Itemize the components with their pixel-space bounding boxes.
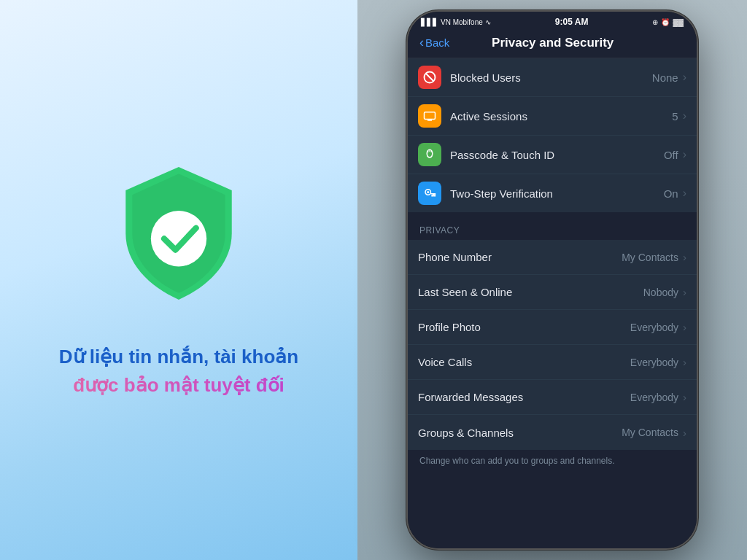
last-seen-label: Last Seen & Online: [418, 286, 643, 298]
profile-photo-value: Everybody: [630, 322, 678, 333]
profile-photo-item[interactable]: Profile Photo Everybody ›: [408, 310, 697, 345]
groups-channels-chevron: ›: [683, 427, 686, 439]
passcode-chevron: ›: [683, 148, 686, 161]
voice-calls-label: Voice Calls: [418, 356, 630, 368]
two-step-chevron: ›: [683, 187, 686, 200]
forwarded-messages-item[interactable]: Forwarded Messages Everybody ›: [408, 380, 697, 415]
status-carrier: ▋▋▋ VN Mobifone ∿: [421, 18, 491, 26]
active-sessions-icon: [418, 104, 441, 128]
volume-button: [406, 85, 408, 106]
shield-icon: [106, 160, 252, 321]
battery-icon: ▓▓: [673, 18, 684, 26]
forwarded-messages-label: Forwarded Messages: [418, 391, 630, 403]
blocked-users-item[interactable]: Blocked Users None ›: [408, 58, 697, 97]
phone-number-chevron: ›: [683, 251, 686, 263]
two-step-value: On: [664, 187, 678, 200]
two-step-label: Two-Step Verification: [450, 187, 664, 200]
groups-channels-item[interactable]: Groups & Channels My Contacts ›: [408, 415, 697, 450]
privacy-section-header: PRIVACY: [408, 214, 697, 240]
privacy-group: Phone Number My Contacts › Last Seen & O…: [408, 240, 697, 450]
active-sessions-label: Active Sessions: [450, 110, 672, 122]
passcode-icon: [418, 143, 441, 166]
forwarded-messages-chevron: ›: [683, 391, 686, 403]
back-label: Back: [425, 36, 449, 49]
back-button[interactable]: ‹ Back: [419, 35, 449, 50]
two-step-icon: [418, 182, 441, 205]
phone-number-item[interactable]: Phone Number My Contacts ›: [408, 240, 697, 275]
blocked-users-label: Blocked Users: [450, 71, 652, 84]
phone-number-value: My Contacts: [622, 252, 678, 263]
hero-text: Dữ liệu tin nhắn, tài khoản được bảo mật…: [59, 343, 298, 400]
left-panel: Dữ liệu tin nhắn, tài khoản được bảo mật…: [0, 0, 357, 560]
privacy-section: PRIVACY Phone Number My Contacts › Last …: [408, 214, 697, 478]
status-time: 9:05 AM: [555, 17, 589, 27]
passcode-value: Off: [664, 149, 678, 161]
profile-photo-label: Profile Photo: [418, 321, 630, 333]
last-seen-item[interactable]: Last Seen & Online Nobody ›: [408, 275, 697, 310]
svg-point-0: [151, 211, 206, 266]
forwarded-messages-value: Everybody: [630, 392, 678, 403]
svg-line-2: [426, 74, 434, 82]
active-sessions-item[interactable]: Active Sessions 5 ›: [408, 97, 697, 136]
right-panel: ▋▋▋ VN Mobifone ∿ 9:05 AM ⊕ ⏰ ▓▓ ‹ Back …: [357, 0, 747, 560]
blocked-users-chevron: ›: [683, 71, 686, 84]
back-chevron-icon: ‹: [419, 35, 424, 50]
blocked-users-icon: [418, 66, 441, 89]
wifi-icon: ∿: [485, 18, 491, 26]
signal-bars: ▋▋▋: [421, 18, 438, 26]
groups-channels-value: My Contacts: [622, 427, 678, 438]
security-group: Blocked Users None › Active Sessio: [408, 58, 697, 212]
power-button: [697, 99, 698, 136]
hero-line1: Dữ liệu tin nhắn, tài khoản: [59, 343, 298, 371]
passcode-item[interactable]: Passcode & Touch ID Off ›: [408, 136, 697, 174]
active-sessions-chevron: ›: [683, 109, 686, 122]
nav-title: Privacy and Security: [449, 36, 656, 50]
voice-calls-item[interactable]: Voice Calls Everybody ›: [408, 345, 697, 380]
voice-calls-value: Everybody: [630, 357, 678, 368]
phone-content: Blocked Users None › Active Sessio: [408, 58, 697, 550]
phone-number-label: Phone Number: [418, 251, 622, 263]
hero-line2: được bảo mật tuyệt đối: [59, 371, 298, 400]
svg-point-11: [427, 191, 429, 193]
profile-photo-chevron: ›: [683, 321, 686, 333]
phone-frame: ▋▋▋ VN Mobifone ∿ 9:05 AM ⊕ ⏰ ▓▓ ‹ Back …: [406, 10, 698, 550]
nav-bar: ‹ Back Privacy and Security: [408, 29, 697, 58]
status-icons: ⊕ ⏰ ▓▓: [652, 18, 684, 26]
last-seen-chevron: ›: [683, 286, 686, 298]
voice-calls-chevron: ›: [683, 356, 686, 368]
active-sessions-value: 5: [672, 110, 678, 122]
security-section: Blocked Users None › Active Sessio: [408, 58, 697, 212]
groups-channels-label: Groups & Channels: [418, 427, 622, 439]
two-step-item[interactable]: Two-Step Verification On ›: [408, 174, 697, 212]
passcode-label: Passcode & Touch ID: [450, 149, 664, 161]
last-seen-value: Nobody: [643, 287, 678, 298]
blocked-users-value: None: [652, 71, 678, 84]
carrier-name: VN Mobifone: [441, 18, 483, 26]
status-bar: ▋▋▋ VN Mobifone ∿ 9:05 AM ⊕ ⏰ ▓▓: [408, 12, 697, 29]
svg-rect-3: [425, 112, 436, 120]
clock-icon: ⏰: [661, 18, 670, 26]
alarm-icon: ⊕: [652, 18, 658, 26]
groups-channels-footer: Change who can add you to groups and cha…: [408, 450, 697, 478]
